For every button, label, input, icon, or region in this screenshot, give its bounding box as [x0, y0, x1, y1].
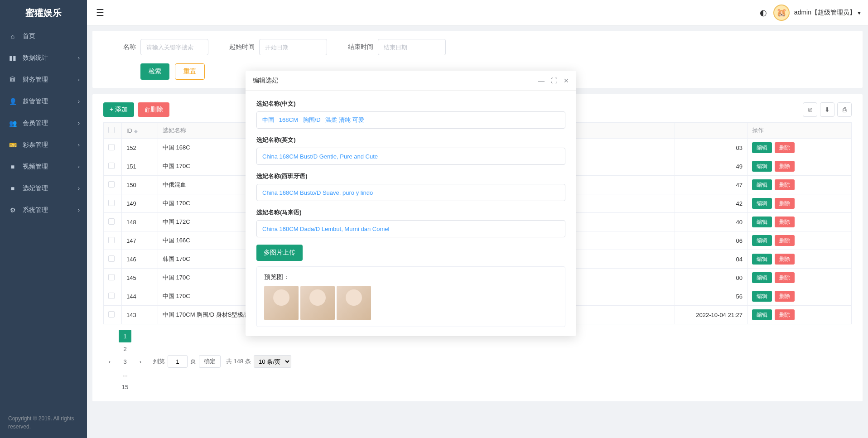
cell-time: 40: [675, 213, 747, 231]
search-button[interactable]: 检索: [140, 63, 169, 80]
edit-button[interactable]: 编辑: [752, 198, 772, 209]
cell-time: 00: [675, 269, 747, 287]
col-id[interactable]: ID: [126, 127, 132, 134]
goto-input[interactable]: [168, 355, 188, 368]
print-icon[interactable]: ⎙: [837, 102, 852, 117]
close-icon[interactable]: ✕: [564, 77, 569, 84]
avatar[interactable]: 🐹: [773, 5, 790, 21]
sidebar-item-system[interactable]: ⚙系统管理›: [0, 199, 87, 221]
delete-row-button[interactable]: 删除: [775, 291, 795, 302]
edit-button[interactable]: 编辑: [752, 179, 772, 190]
row-checkbox[interactable]: [108, 218, 115, 225]
content-area: 名称 起始时间 结束时间 检索 重置: [87, 25, 868, 438]
cell-id: 152: [122, 139, 158, 157]
page-number[interactable]: 15: [119, 380, 131, 393]
edit-button[interactable]: 编辑: [752, 217, 772, 227]
sidebar-item-video[interactable]: ■视频管理›: [0, 156, 87, 178]
start-date-input[interactable]: [259, 39, 327, 55]
maximize-icon[interactable]: ⛶: [551, 77, 557, 84]
sidebar-item-admin[interactable]: 👤超管管理›: [0, 91, 87, 112]
minimize-icon[interactable]: —: [538, 77, 545, 84]
row-checkbox[interactable]: [108, 237, 115, 243]
ticket-icon: 🎫: [8, 141, 17, 149]
settings-icon[interactable]: ⎚: [803, 102, 817, 117]
row-checkbox[interactable]: [108, 200, 115, 206]
name-input[interactable]: [140, 39, 208, 55]
edit-button[interactable]: 编辑: [752, 291, 772, 302]
delete-row-button[interactable]: 删除: [775, 142, 795, 153]
delete-button[interactable]: 🗑 删除: [138, 102, 169, 117]
row-checkbox[interactable]: [108, 163, 115, 169]
row-checkbox[interactable]: [108, 293, 115, 299]
input-es[interactable]: [256, 184, 565, 201]
row-checkbox[interactable]: [108, 255, 115, 262]
delete-row-button[interactable]: 删除: [775, 198, 795, 209]
sidebar-item-label: 会员管理: [23, 119, 48, 127]
edit-button[interactable]: 编辑: [752, 309, 772, 320]
reset-button[interactable]: 重置: [175, 63, 205, 80]
page-number[interactable]: …: [119, 368, 131, 380]
goto-confirm-button[interactable]: 确定: [199, 355, 221, 368]
page-number[interactable]: 3: [119, 355, 131, 368]
bars-icon: ▮▮: [8, 54, 17, 62]
cell-id: 151: [122, 157, 158, 176]
end-date-input[interactable]: [378, 39, 446, 55]
download-icon[interactable]: ⬇: [820, 102, 834, 117]
sidebar-menu: ⌂首页 ▮▮数据统计› 🏛财务管理› 👤超管管理› 👥会员管理› 🎫彩票管理› …: [0, 25, 87, 407]
sidebar-item-label: 数据统计: [23, 54, 48, 62]
add-button[interactable]: + 添加: [103, 102, 134, 117]
delete-row-button[interactable]: 删除: [775, 235, 795, 246]
total-count: 共 148 条: [226, 357, 251, 366]
preview-thumb[interactable]: [337, 286, 371, 320]
edit-button[interactable]: 编辑: [752, 272, 772, 283]
input-en[interactable]: [256, 148, 565, 165]
user-menu[interactable]: admin【超级管理员】▾: [794, 9, 861, 17]
sidebar: 蜜獾娱乐 ⌂首页 ▮▮数据统计› 🏛财务管理› 👤超管管理› 👥会员管理› 🎫彩…: [0, 0, 87, 438]
page-number[interactable]: 2: [119, 342, 131, 355]
sidebar-item-stats[interactable]: ▮▮数据统计›: [0, 47, 87, 69]
delete-row-button[interactable]: 删除: [775, 217, 795, 227]
sidebar-item-home[interactable]: ⌂首页: [0, 25, 87, 47]
sidebar-item-lottery[interactable]: 🎫彩票管理›: [0, 134, 87, 156]
row-checkbox[interactable]: [108, 274, 115, 280]
cell-time: 49: [675, 157, 747, 176]
delete-row-button[interactable]: 删除: [775, 309, 795, 320]
delete-row-button[interactable]: 删除: [775, 179, 795, 190]
sort-icon[interactable]: ◆: [134, 129, 138, 134]
delete-row-button[interactable]: 删除: [775, 272, 795, 283]
preview-thumb[interactable]: [264, 286, 299, 320]
edit-button[interactable]: 编辑: [752, 142, 772, 153]
checkbox-all[interactable]: [108, 127, 115, 133]
row-checkbox[interactable]: [108, 144, 115, 150]
sidebar-item-finance[interactable]: 🏛财务管理›: [0, 69, 87, 91]
theme-icon[interactable]: ◐: [755, 8, 772, 18]
page-number[interactable]: 1: [119, 330, 131, 342]
input-zh[interactable]: [256, 111, 565, 129]
sidebar-item-label: 视频管理: [23, 163, 48, 171]
cell-time: 06: [675, 231, 747, 250]
hamburger-icon[interactable]: ☰: [94, 5, 106, 20]
sidebar-item-xuanfei[interactable]: ■选妃管理›: [0, 178, 87, 199]
delete-row-button[interactable]: 删除: [775, 161, 795, 172]
preview-thumb[interactable]: [300, 286, 335, 320]
upload-button[interactable]: 多图片上传: [256, 245, 303, 261]
input-ms[interactable]: [256, 220, 565, 237]
sidebar-item-members[interactable]: 👥会员管理›: [0, 112, 87, 134]
app-title: 蜜獾娱乐: [0, 0, 87, 25]
cell-id: 148: [122, 213, 158, 231]
sidebar-item-label: 选妃管理: [23, 184, 48, 193]
next-page-button[interactable]: ›: [134, 355, 147, 368]
edit-button[interactable]: 编辑: [752, 161, 772, 172]
edit-button[interactable]: 编辑: [752, 254, 772, 265]
label-ms: 选妃名称(马来语): [256, 208, 565, 217]
row-checkbox[interactable]: [108, 311, 115, 318]
prev-page-button[interactable]: ‹: [103, 355, 116, 368]
delete-row-button[interactable]: 删除: [775, 254, 795, 265]
row-checkbox[interactable]: [108, 181, 115, 188]
home-icon: ⌂: [8, 33, 17, 40]
page-size-select[interactable]: 10 条/页: [254, 355, 291, 368]
label-en: 选妃名称(英文): [256, 136, 565, 144]
cell-id: 147: [122, 231, 158, 250]
sidebar-item-label: 系统管理: [23, 206, 48, 214]
edit-button[interactable]: 编辑: [752, 235, 772, 246]
